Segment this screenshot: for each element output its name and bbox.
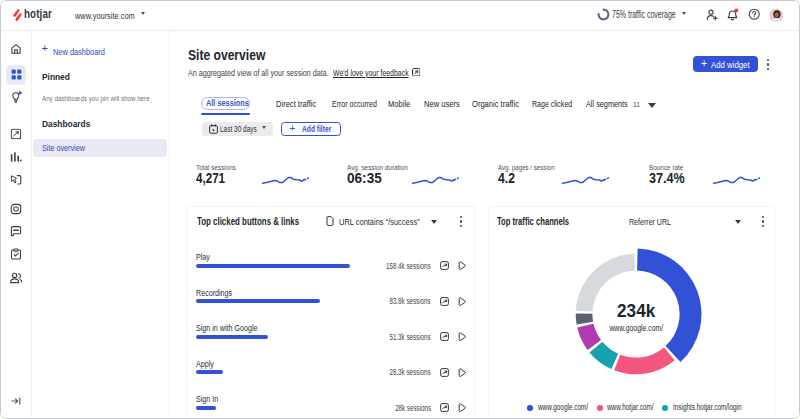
clicked-button-row: Apply28.3k sessions <box>196 359 465 395</box>
tab-rage-clicked[interactable]: Rage clicked <box>532 99 572 109</box>
nav-funnels-button[interactable] <box>10 152 22 163</box>
metric-value: 4.2 <box>498 170 515 186</box>
chevron-down-icon[interactable] <box>141 12 145 15</box>
tab-organic-traffic[interactable]: Organic traffic <box>472 99 519 109</box>
legend-label[interactable]: Insights.hotjar.com/login <box>673 402 742 412</box>
plus-icon: + <box>290 123 296 134</box>
user-avatar[interactable] <box>769 8 784 23</box>
play-recordings-button[interactable] <box>458 332 466 341</box>
donut-segment[interactable] <box>614 347 675 374</box>
tab-error-occurred[interactable]: Error occurred <box>332 99 377 109</box>
pinned-hint-text: Any dashboards you pin will show here <box>42 94 150 103</box>
row-value: 83.8k sessions <box>390 296 431 306</box>
row-value: 28k sessions <box>395 403 431 413</box>
new-badge-dot <box>19 91 22 94</box>
row-value: 158.4k sessions <box>386 261 431 271</box>
play-recordings-button[interactable] <box>458 261 466 270</box>
play-icon <box>458 261 466 270</box>
view-trend-button[interactable] <box>440 261 449 270</box>
collapse-sidebar-button[interactable] <box>11 397 21 406</box>
donut-segment[interactable] <box>637 248 701 362</box>
progress-ring-icon <box>597 8 610 21</box>
icon-rail-sidebar <box>0 31 32 417</box>
trend-box-icon <box>440 403 449 412</box>
top-bar: hotjar www.yoursite.com 75% traffic cove… <box>0 0 800 31</box>
legend-label[interactable]: www.google.com/ <box>538 402 588 412</box>
sidebar-item-label[interactable]: Site overview <box>42 142 85 153</box>
person-add-icon[interactable] <box>706 9 718 21</box>
donut-chart[interactable] <box>566 244 706 384</box>
nav-dashboards-button[interactable] <box>6 65 26 85</box>
chevron-down-icon[interactable] <box>431 220 437 224</box>
page-icon[interactable] <box>326 216 334 226</box>
plus-icon[interactable]: + <box>42 42 48 54</box>
at-sign-icon <box>10 203 22 215</box>
row-label: Sign in with Google <box>196 323 258 333</box>
notification-badge <box>734 8 738 12</box>
legend-dot <box>597 405 603 411</box>
row-bar <box>196 299 320 303</box>
chevron-down-icon[interactable] <box>648 103 656 108</box>
nav-highlights-button[interactable] <box>10 91 23 104</box>
traffic-coverage-label[interactable]: 75% traffic coverage <box>612 9 676 20</box>
external-link-icon[interactable] <box>412 68 421 77</box>
tab-new-users[interactable]: New users <box>424 99 460 109</box>
nav-surveys-button[interactable] <box>10 225 22 237</box>
nav-trends-button[interactable] <box>11 129 22 140</box>
referrer-dropdown[interactable]: Referrer URL <box>629 217 671 227</box>
sparkline-chart <box>562 173 609 185</box>
row-bar <box>196 370 223 374</box>
row-bar <box>196 335 268 339</box>
row-bar <box>196 406 216 410</box>
chat-bubble-icon <box>10 225 22 237</box>
bar-chart-icon <box>10 152 22 163</box>
nav-feedback-button[interactable] <box>10 203 22 215</box>
page-subtitle-text: An aggregated view of all your session d… <box>188 67 329 78</box>
hotjar-flame-icon[interactable] <box>12 8 23 22</box>
brand-wordmark[interactable]: hotjar <box>24 6 52 21</box>
legend-dot <box>662 405 668 411</box>
card-menu-button[interactable] <box>459 215 463 228</box>
view-trend-button[interactable] <box>440 368 449 377</box>
row-value: 51.3k sessions <box>390 332 431 342</box>
metric-value: 4,271 <box>196 170 225 186</box>
dashboards-panel: + New dashboard Pinned Any dashboards yo… <box>32 31 170 417</box>
play-recordings-button[interactable] <box>458 368 466 377</box>
bell-icon[interactable] <box>726 8 739 21</box>
help-circle-icon[interactable] <box>748 8 761 21</box>
legend-label[interactable]: www.hotjar.com/ <box>607 402 654 412</box>
date-range-label: Last 30 days <box>220 124 257 134</box>
all-segments-dropdown[interactable]: All segments <box>586 99 628 109</box>
donut-segment[interactable] <box>590 342 619 369</box>
collapse-arrow-icon <box>11 397 21 406</box>
home-icon <box>11 43 22 54</box>
tab-mobile[interactable]: Mobile <box>388 99 410 109</box>
sparkline-chart <box>713 173 760 185</box>
donut-segment[interactable] <box>576 254 635 312</box>
tab-direct-traffic[interactable]: Direct traffic <box>276 99 316 109</box>
add-widget-label: Add widget <box>711 59 750 70</box>
trend-box-icon <box>440 368 449 377</box>
donut-segment[interactable] <box>576 313 593 324</box>
play-recordings-button[interactable] <box>458 297 466 306</box>
page-menu-button[interactable] <box>766 58 770 71</box>
tab-label[interactable]: All sessions <box>206 98 249 108</box>
view-trend-button[interactable] <box>440 297 449 306</box>
view-trend-button[interactable] <box>440 332 449 341</box>
site-selector-label[interactable]: www.yoursite.com <box>75 10 135 21</box>
nav-heatmaps-button[interactable] <box>10 174 22 186</box>
dashboards-section-header: Dashboards <box>42 118 90 129</box>
feedback-link[interactable]: We'd love your feedback <box>333 67 409 78</box>
nav-interviews-button[interactable] <box>10 272 23 284</box>
nav-home-button[interactable] <box>11 43 22 54</box>
view-trend-button[interactable] <box>440 403 449 412</box>
new-dashboard-button[interactable]: New dashboard <box>53 46 105 57</box>
app-window: hotjar www.yoursite.com 75% traffic cove… <box>0 0 800 419</box>
nav-tasks-button[interactable] <box>11 248 22 260</box>
chevron-down-icon[interactable] <box>735 220 741 224</box>
chevron-down-icon[interactable] <box>682 12 686 15</box>
card-menu-button[interactable] <box>761 215 765 228</box>
play-recordings-button[interactable] <box>458 403 466 412</box>
url-filter-dropdown[interactable]: URL contains “/success” <box>339 217 420 227</box>
card-title: Top clicked buttons & links <box>197 216 299 227</box>
